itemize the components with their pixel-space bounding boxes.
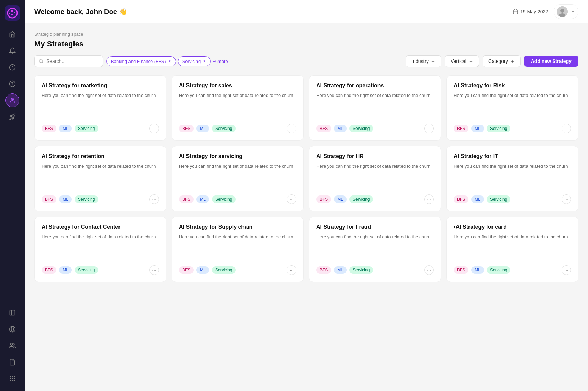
card-title: AI Strategy for Supply chain (179, 224, 296, 230)
card-more-button[interactable]: ··· (562, 194, 571, 204)
header-right: 19 May 2022 (513, 4, 578, 19)
svg-rect-27 (513, 10, 518, 14)
card-more-button[interactable]: ··· (424, 124, 434, 133)
card-tag: Servicing (487, 266, 510, 274)
card-risk[interactable]: AI Strategy for Risk Here you can find t… (446, 75, 578, 141)
sidebar-item-notifications[interactable] (5, 44, 19, 58)
sidebar-item-users[interactable] (5, 339, 19, 353)
sidebar-item-globe[interactable] (5, 322, 19, 336)
card-footer: BFSMLServicing ··· (454, 260, 571, 275)
card-footer: BFSMLServicing ··· (316, 189, 434, 204)
card-it[interactable]: AI Strategy for IT Here you can find the… (446, 146, 578, 211)
card-servicing[interactable]: AI Strategy for servicing Here you can f… (172, 146, 304, 211)
card-marketing[interactable]: AI Strategy for marketing Here you can f… (34, 75, 166, 141)
card-tag: BFS (454, 266, 468, 274)
strategies-title: My Strategies (34, 40, 578, 48)
card-retention[interactable]: AI Strategy for retention Here you can f… (34, 146, 166, 211)
sidebar-item-ideas[interactable] (5, 60, 19, 74)
filter-tag-bfs-close[interactable]: ✕ (168, 59, 171, 64)
svg-rect-2 (11, 10, 13, 12)
sidebar-item-help[interactable] (5, 77, 19, 91)
sidebar-item-rocket[interactable] (5, 110, 19, 124)
search-box[interactable] (34, 55, 103, 67)
card-desc: Here you can find the right set of data … (42, 92, 159, 99)
card-footer: BFSMLServicing ··· (316, 118, 434, 133)
card-tag: ML (334, 196, 347, 203)
card-tag: BFS (179, 125, 194, 132)
card-tag: ML (59, 266, 72, 274)
card-footer: BFSMLServicing ··· (42, 189, 159, 204)
filter-more-label[interactable]: +6more (213, 59, 228, 64)
svg-point-22 (10, 378, 11, 379)
svg-point-20 (12, 380, 13, 381)
logo[interactable] (5, 5, 20, 22)
chevron-down-icon (570, 9, 575, 14)
main-content: Welcome back, John Doe 👋 19 May 2022 Str… (25, 0, 588, 391)
card-tag: BFS (454, 196, 468, 203)
card-more-button[interactable]: ··· (287, 194, 296, 204)
card-desc: Here you can find the right set of data … (454, 234, 571, 241)
card-tag: Servicing (212, 266, 236, 274)
card-footer: BFSMLServicing ··· (454, 118, 571, 133)
card-supply-chain[interactable]: AI Strategy for Supply chain Here you ca… (172, 217, 304, 282)
card-more-button[interactable]: ··· (149, 124, 159, 133)
card-tag: Servicing (349, 266, 373, 274)
card-tag: Servicing (212, 125, 236, 132)
card-footer: BFSMLServicing ··· (179, 260, 296, 275)
card-more-button[interactable]: ··· (287, 124, 296, 133)
filter-tag-servicing-close[interactable]: ✕ (203, 59, 206, 64)
filter-tag-servicing[interactable]: Servicing ✕ (178, 56, 211, 66)
sidebar-item-reports[interactable] (5, 306, 19, 320)
svg-point-26 (14, 380, 15, 381)
card-title: AI Strategy for Contact Center (42, 224, 159, 230)
svg-point-18 (12, 376, 13, 377)
card-more-button[interactable]: ··· (287, 265, 296, 275)
svg-rect-3 (11, 14, 13, 15)
vertical-filter-button[interactable]: Vertical (445, 55, 479, 67)
card-title: AI Strategy for IT (454, 153, 571, 159)
svg-point-12 (12, 99, 13, 100)
search-input[interactable] (46, 58, 99, 64)
sidebar-item-ai-hub[interactable] (5, 93, 19, 107)
sidebar-item-documents[interactable] (5, 355, 19, 369)
card-contact-center[interactable]: AI Strategy for Contact Center Here you … (34, 217, 166, 282)
card-desc: Here you can find the right set of data … (454, 92, 571, 99)
card-more-button[interactable]: ··· (424, 194, 434, 204)
category-plus-icon (510, 59, 515, 64)
card-tag: BFS (42, 266, 56, 274)
card-more-button[interactable]: ··· (562, 265, 571, 275)
card-tag: Servicing (487, 196, 510, 203)
card-more-button[interactable]: ··· (149, 194, 159, 204)
card-hr[interactable]: AI Strategy for HR Here you can find the… (309, 146, 441, 211)
card-more-button[interactable]: ··· (562, 124, 571, 133)
add-strategy-button[interactable]: Add new Strategy (524, 56, 578, 67)
svg-point-17 (10, 343, 13, 346)
card-desc: Here you can find the right set of data … (454, 163, 571, 170)
card-footer: BFSMLServicing ··· (179, 189, 296, 204)
card-sales[interactable]: AI Strategy for sales Here you can find … (172, 75, 304, 141)
card-tag: ML (334, 125, 347, 132)
card-title: AI Strategy for operations (316, 82, 434, 89)
card-more-button[interactable]: ··· (424, 265, 434, 275)
search-icon (39, 58, 44, 64)
sidebar (0, 0, 25, 391)
category-filter-label: Category (488, 58, 508, 64)
card-operations[interactable]: AI Strategy for operations Here you can … (309, 75, 441, 141)
category-filter-button[interactable]: Category (483, 55, 521, 67)
card-title: AI Strategy for marketing (42, 82, 159, 89)
card-more-button[interactable]: ··· (149, 265, 159, 275)
user-menu[interactable] (554, 4, 578, 19)
card-tag: ML (471, 125, 484, 132)
industry-filter-button[interactable]: Industry (406, 55, 441, 67)
filter-tag-bfs[interactable]: Banking and Finance (BFS) ✕ (106, 56, 176, 66)
card-tag: BFS (42, 125, 56, 132)
svg-rect-4 (14, 12, 15, 13)
card-desc: Here you can find the right set of data … (316, 163, 434, 170)
card-desc: Here you can find the right set of data … (42, 163, 159, 170)
card-card[interactable]: •AI Strategy for card Here you can find … (446, 217, 578, 282)
svg-line-35 (42, 62, 43, 63)
sidebar-item-grid[interactable] (5, 372, 19, 386)
card-fraud[interactable]: AI Strategy for Fraud Here you can find … (309, 217, 441, 282)
svg-point-25 (14, 378, 15, 379)
sidebar-item-home[interactable] (5, 27, 19, 41)
